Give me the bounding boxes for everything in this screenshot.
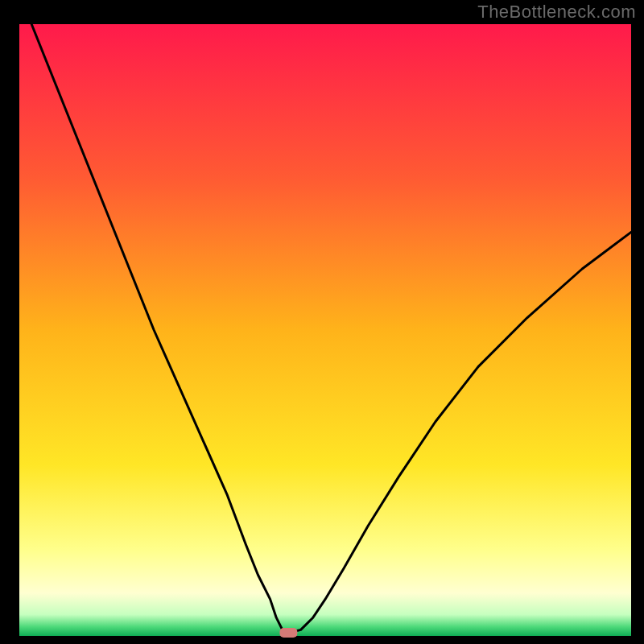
- chart-frame: TheBottleneck.com: [0, 0, 644, 644]
- bottleneck-chart: [0, 0, 644, 644]
- plot-background: [19, 24, 631, 636]
- optimal-point-marker: [279, 628, 297, 638]
- watermark-text: TheBottleneck.com: [477, 2, 636, 23]
